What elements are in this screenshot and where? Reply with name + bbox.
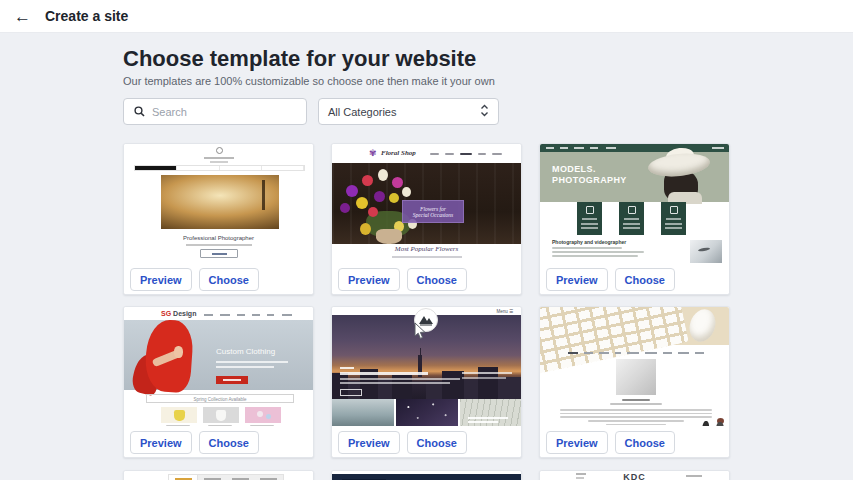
thumb-decor xyxy=(216,410,226,421)
card-actions: Preview Choose xyxy=(124,426,313,458)
preview-button[interactable]: Preview xyxy=(130,268,192,291)
preview-button[interactable]: Preview xyxy=(546,268,608,291)
tulip xyxy=(378,169,388,181)
thumb-hero-banner: Flowers for Special Occasions xyxy=(402,200,464,223)
thumb-nav-item xyxy=(560,147,568,149)
mouse-decor xyxy=(686,307,720,345)
thumb-decor xyxy=(376,229,402,244)
thumb-nav-item xyxy=(220,314,230,316)
thumb-decor xyxy=(462,377,506,379)
category-select-value: All Categories xyxy=(328,106,396,118)
thumb-product xyxy=(245,407,281,423)
choose-button[interactable]: Choose xyxy=(407,268,467,291)
camera-icon xyxy=(586,206,594,214)
thumb-nav-item xyxy=(695,352,704,354)
thumb-decor xyxy=(581,227,598,229)
preview-button[interactable]: Preview xyxy=(546,431,608,454)
thumb-decor xyxy=(340,378,460,380)
thumb-nav-item xyxy=(478,153,486,155)
thumb-decor xyxy=(210,161,228,163)
thumb-hero-title: MODELS. PHOTOGRAPHY xyxy=(552,164,627,186)
thumb-tab xyxy=(255,475,283,480)
template-thumbnail: KDC xyxy=(540,471,729,480)
thumb-hero-line2: PHOTOGRAPHY xyxy=(552,175,627,186)
thumb-nav-item xyxy=(492,153,502,155)
tulip xyxy=(368,207,378,217)
thumb-decor xyxy=(340,382,450,384)
thumb-decor xyxy=(610,403,662,405)
thumb-decor xyxy=(560,409,712,411)
thumb-photo xyxy=(616,359,656,395)
thumb-nav-item xyxy=(663,352,672,354)
choose-button[interactable]: Choose xyxy=(407,431,467,454)
thumb-hero-photo: Flowers for Special Occasions xyxy=(332,163,521,244)
template-thumbnail xyxy=(332,471,521,480)
video-icon xyxy=(670,206,678,214)
thumb-nav-item xyxy=(430,153,439,155)
thumb-decor xyxy=(665,223,682,225)
choose-button[interactable]: Choose xyxy=(199,431,259,454)
thumb-decor xyxy=(216,366,274,368)
topbar: ← Create a site xyxy=(0,0,853,33)
thumb-brand-rest: Design xyxy=(171,310,196,317)
thumb-hero-title: Custom Clothing xyxy=(216,347,275,356)
thumb-menu: Menu ☰ xyxy=(496,309,513,314)
thumb-decor xyxy=(498,377,521,399)
mountain-emblem-icon xyxy=(414,308,438,332)
preview-button[interactable]: Preview xyxy=(338,431,400,454)
thumb-decor xyxy=(266,414,271,419)
tulip xyxy=(362,175,373,186)
thumb-decor xyxy=(665,227,682,229)
template-card-business: Preview Choose xyxy=(539,306,730,458)
thumb-decor xyxy=(464,379,478,399)
thumb-nav-item xyxy=(712,147,724,149)
thumb-decor xyxy=(257,411,263,417)
thumb-nav-item xyxy=(584,352,593,354)
thumb-nav-item xyxy=(135,166,177,170)
thumb-feature-tile xyxy=(577,202,602,235)
thumb-hero-line1: MODELS. xyxy=(552,164,627,175)
thumb-decor xyxy=(223,379,241,381)
thumb-decor xyxy=(552,247,622,249)
category-select[interactable]: All Categories xyxy=(318,98,499,125)
thumb-decor xyxy=(623,223,640,225)
thumb-decor xyxy=(560,413,712,415)
thumb-decor xyxy=(581,223,598,225)
card-actions: Preview Choose xyxy=(124,263,313,295)
tulip xyxy=(346,185,358,197)
thumb-decor xyxy=(340,372,428,375)
choose-button[interactable]: Choose xyxy=(615,268,675,291)
thumb-hero: Custom Clothing xyxy=(124,320,313,390)
thumb-decor xyxy=(606,424,666,426)
thumb-hero-line2: Special Occasions xyxy=(403,212,463,218)
thumb-button xyxy=(216,376,248,384)
template-card-sg-design: SG Design Custom Clothing Spring Collect… xyxy=(123,306,314,458)
tulip xyxy=(374,191,385,202)
thumb-nav xyxy=(540,144,729,152)
thumb-nav-item xyxy=(606,147,616,149)
thumb-decor xyxy=(468,417,508,419)
choose-button[interactable]: Choose xyxy=(199,268,259,291)
search-input[interactable] xyxy=(152,106,282,118)
preview-button[interactable]: Preview xyxy=(338,268,400,291)
preview-button[interactable]: Preview xyxy=(130,431,192,454)
thumb-decor xyxy=(552,251,644,253)
thumb-decor xyxy=(262,180,265,210)
thumb-nav-item xyxy=(237,314,245,316)
thumb-tab xyxy=(169,475,198,480)
thumb-photo-sketch xyxy=(460,399,521,426)
thumb-nav xyxy=(134,165,305,171)
choose-button[interactable]: Choose xyxy=(615,431,675,454)
thumb-decor xyxy=(174,410,185,421)
thumb-nav-item xyxy=(220,166,262,170)
thumb-tabs xyxy=(168,474,284,480)
thumb-decor xyxy=(216,361,288,363)
thumb-nav-item xyxy=(177,166,219,170)
thumb-decor xyxy=(186,244,252,246)
tulip xyxy=(402,187,411,197)
search-box[interactable] xyxy=(123,98,307,125)
template-card-kdc: KDC xyxy=(539,470,730,480)
back-arrow-icon[interactable]: ← xyxy=(14,8,31,25)
thumb-tab xyxy=(227,475,255,480)
thumb-decor xyxy=(232,478,249,480)
